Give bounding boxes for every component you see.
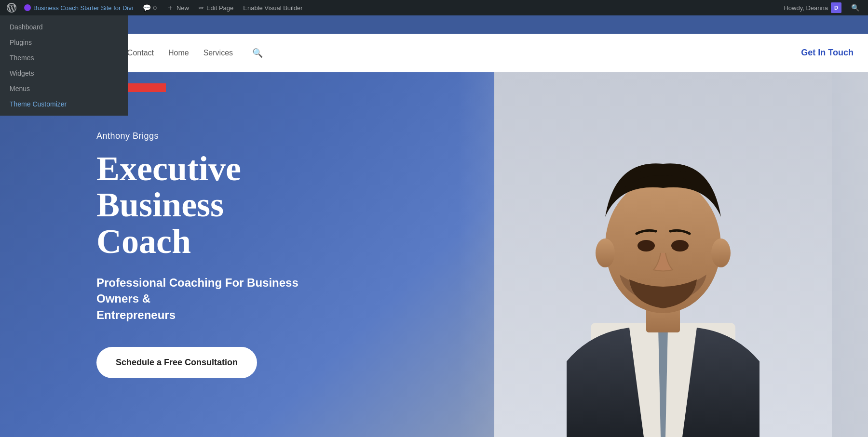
new-label: New xyxy=(176,4,189,12)
dropdown-item-dashboard[interactable]: Dashboard xyxy=(0,19,128,35)
comment-bubble-icon: 💬 xyxy=(143,4,151,12)
cta-consultation-button[interactable]: Schedule a Free Consultation xyxy=(96,347,257,378)
dropdown-item-theme-customizer[interactable]: Theme Customizer xyxy=(0,96,128,112)
visual-builder-label: Enable Visual Builder xyxy=(243,4,302,12)
admin-search-icon[interactable]: 🔍 xyxy=(846,0,864,15)
hero-content: Anthony Briggs Executive BusinessCoach P… xyxy=(0,131,338,379)
hero-image xyxy=(458,72,868,437)
pencil-icon: ✏ xyxy=(199,4,204,12)
nav-link-home[interactable]: Home xyxy=(168,49,189,57)
dropdown-item-widgets[interactable]: Widgets xyxy=(0,66,128,81)
person-silhouette xyxy=(458,72,868,437)
dropdown-item-menus[interactable]: Menus xyxy=(0,81,128,96)
nav-link-services[interactable]: Services xyxy=(203,49,233,57)
get-in-touch-button[interactable]: Get In Touch xyxy=(801,48,854,58)
svg-point-5 xyxy=(637,240,655,252)
nav-search-icon[interactable]: 🔍 xyxy=(252,48,263,58)
dropdown-item-plugins[interactable]: Plugins xyxy=(0,35,128,50)
hero-title: Executive BusinessCoach xyxy=(96,151,338,260)
site-top-bar: hello@divibusiness.com xyxy=(0,15,868,34)
appearance-dropdown-menu: Dashboard Plugins Themes Widgets Menus T… xyxy=(0,15,128,116)
site-nav: D About Blog Contact Home Services 🔍 Get… xyxy=(0,34,868,72)
admin-bar-left: Business Coach Starter Site for Divi 💬 0… xyxy=(4,0,308,15)
site-name-text: Business Coach Starter Site for Divi xyxy=(33,4,133,12)
edit-page-label: Edit Page xyxy=(206,4,233,12)
hero-subtitle: Professional Coaching For Business Owner… xyxy=(96,275,338,323)
new-bar-item[interactable]: ＋ New xyxy=(162,0,194,15)
howdy-text: Howdy, Deanna xyxy=(784,4,828,12)
comments-count: 0 xyxy=(153,4,157,12)
plus-icon: ＋ xyxy=(166,3,174,13)
nav-link-contact[interactable]: Contact xyxy=(127,49,154,57)
svg-point-7 xyxy=(596,238,615,267)
admin-bar: Business Coach Starter Site for Divi 💬 0… xyxy=(0,0,868,15)
dropdown-item-themes[interactable]: Themes xyxy=(0,50,128,66)
visual-builder-bar-item[interactable]: Enable Visual Builder xyxy=(238,0,307,15)
hero-section: Anthony Briggs Executive BusinessCoach P… xyxy=(0,72,868,437)
divi-icon xyxy=(24,4,31,11)
svg-point-6 xyxy=(671,240,689,252)
howdy-item[interactable]: Howdy, Deanna D xyxy=(779,0,846,15)
svg-point-8 xyxy=(711,238,731,267)
admin-bar-right: Howdy, Deanna D 🔍 xyxy=(779,0,864,15)
hero-person-name: Anthony Briggs xyxy=(96,131,338,141)
wordpress-logo[interactable] xyxy=(4,0,19,15)
site-name-bar-item[interactable]: Business Coach Starter Site for Divi xyxy=(19,0,138,15)
user-avatar: D xyxy=(831,2,841,13)
comments-bar-item[interactable]: 💬 0 xyxy=(138,0,162,15)
edit-page-bar-item[interactable]: ✏ Edit Page xyxy=(194,0,238,15)
